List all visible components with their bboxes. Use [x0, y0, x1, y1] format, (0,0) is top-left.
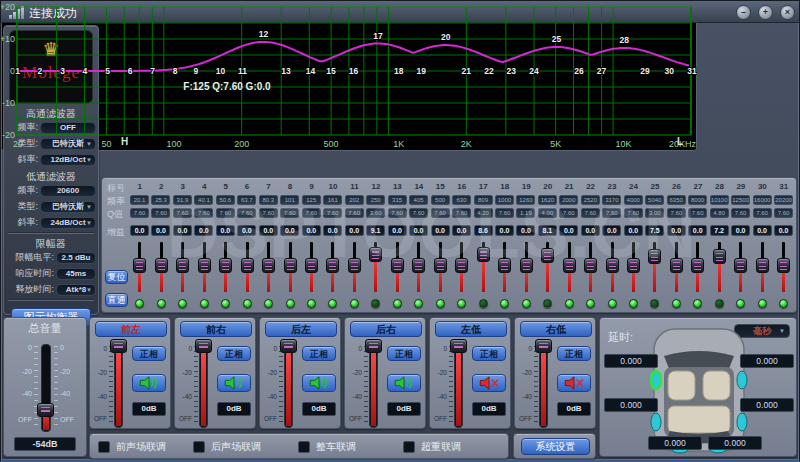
eq-band-fader[interactable] — [193, 240, 214, 294]
eq-band-fader[interactable] — [129, 240, 150, 294]
channel-fader-handle[interactable] — [365, 339, 382, 353]
channel-phase-button[interactable]: 正相 — [387, 346, 421, 361]
eq-band-fader[interactable] — [408, 240, 429, 294]
eq-band-frequency-field[interactable]: 80.3 — [259, 195, 278, 205]
fader-handle[interactable] — [219, 258, 232, 273]
eq-band-fader[interactable] — [601, 240, 622, 294]
eq-band-gain-field[interactable]: 0.0 — [753, 225, 772, 236]
channel-fader-handle[interactable] — [110, 339, 127, 353]
fader-handle[interactable] — [262, 258, 275, 273]
checkbox-unchecked[interactable] — [98, 441, 110, 453]
channel-speaker-button[interactable] — [302, 374, 336, 392]
maximize-button[interactable]: + — [758, 5, 773, 20]
eq-band-fader[interactable] — [451, 240, 472, 294]
eq-band-q-field[interactable]: 7.60 — [495, 208, 514, 218]
fader-handle[interactable] — [648, 249, 661, 264]
lpf-type-select[interactable]: 巴特沃斯▼ — [40, 201, 96, 213]
eq-band-q-field[interactable]: 4.80 — [710, 208, 729, 218]
channel-select-button[interactable]: 前右 — [180, 321, 252, 337]
eq-band-gain-field[interactable]: 0.0 — [302, 225, 321, 236]
fader-handle[interactable] — [734, 258, 747, 273]
eq-band-gain-field[interactable]: 0.0 — [388, 225, 407, 236]
channel-phase-button[interactable]: 正相 — [557, 346, 591, 361]
eq-band-frequency-field[interactable]: 6350 — [667, 195, 686, 205]
limiter-release-select[interactable]: Atk*8▼ — [56, 284, 96, 296]
fader-handle[interactable] — [455, 258, 468, 273]
eq-band-q-field[interactable]: 7.60 — [602, 208, 621, 218]
eq-band-q-field[interactable]: 7.60 — [130, 208, 149, 218]
eq-band-fader[interactable] — [430, 240, 451, 294]
delay-speaker-rear-right[interactable] — [737, 413, 747, 431]
eq-band-frequency-field[interactable]: 250 — [366, 195, 385, 205]
fader-handle[interactable] — [434, 258, 447, 273]
lpf-freq-field[interactable]: 20600 — [40, 185, 96, 197]
eq-band-frequency-field[interactable]: 5040 — [645, 195, 664, 205]
eq-band-q-field[interactable]: 7.60 — [280, 208, 299, 218]
eq-band-frequency-field[interactable]: 1260 — [516, 195, 535, 205]
eq-band-q-field[interactable]: 7.60 — [173, 208, 192, 218]
channel-phase-button[interactable]: 正相 — [132, 346, 166, 361]
eq-band-frequency-field[interactable]: 63.7 — [237, 195, 256, 205]
fader-handle[interactable] — [520, 258, 533, 273]
fader-handle[interactable] — [498, 258, 511, 273]
eq-band-fader[interactable] — [580, 240, 601, 294]
fader-handle[interactable] — [198, 258, 211, 273]
eq-band-gain-field[interactable]: 0.0 — [774, 225, 793, 236]
eq-band-frequency-field[interactable]: 125 — [302, 195, 321, 205]
delay-value-rear-left[interactable]: 0.000 — [604, 398, 658, 412]
fader-handle[interactable] — [777, 258, 790, 273]
fader-handle[interactable] — [563, 258, 576, 273]
eq-band-gain-field[interactable]: 0.0 — [151, 225, 170, 236]
channel-phase-button[interactable]: 正相 — [472, 346, 506, 361]
eq-band-gain-field[interactable]: 8.6 — [474, 225, 493, 236]
channel-phase-button[interactable]: 正相 — [302, 346, 336, 361]
eq-band-fader[interactable] — [279, 240, 300, 294]
fader-handle[interactable] — [477, 247, 490, 262]
delay-value-sub-left[interactable]: 0.000 — [648, 436, 702, 450]
limiter-level-field[interactable]: 2.5 dBu — [56, 252, 96, 264]
fader-handle[interactable] — [391, 258, 404, 273]
eq-band-q-field[interactable]: 7.60 — [323, 208, 342, 218]
fader-handle[interactable] — [369, 247, 382, 262]
eq-reset-button[interactable]: 复位 — [105, 270, 128, 284]
eq-band-frequency-field[interactable]: 20200 — [774, 195, 793, 205]
fader-handle[interactable] — [713, 249, 726, 264]
eq-band-q-field[interactable]: 7.60 — [388, 208, 407, 218]
eq-band-frequency-field[interactable]: 4000 — [624, 195, 643, 205]
eq-band-fader[interactable] — [644, 240, 665, 294]
eq-band-gain-field[interactable]: 0.0 — [345, 225, 364, 236]
eq-band-frequency-field[interactable]: 50.6 — [216, 195, 235, 205]
eq-band-fader[interactable] — [515, 240, 536, 294]
eq-band-frequency-field[interactable]: 809 — [474, 195, 493, 205]
eq-band-q-field[interactable]: 7.60 — [194, 208, 213, 218]
channel-select-button[interactable]: 后左 — [265, 321, 337, 337]
eq-band-frequency-field[interactable]: 12500 — [731, 195, 750, 205]
eq-band-gain-field[interactable]: 0.0 — [259, 225, 278, 236]
limiter-attack-field[interactable]: 45ms — [56, 268, 96, 280]
eq-band-gain-field[interactable]: 0.0 — [516, 225, 535, 236]
fader-handle[interactable] — [541, 248, 554, 263]
eq-band-frequency-field[interactable]: 8000 — [688, 195, 707, 205]
eq-band-gain-field[interactable]: 0.0 — [581, 225, 600, 236]
eq-band-gain-field[interactable]: 0.0 — [216, 225, 235, 236]
eq-band-q-field[interactable]: 7.60 — [774, 208, 793, 218]
eq-band-fader[interactable] — [236, 240, 257, 294]
eq-band-frequency-field[interactable]: 40.1 — [194, 195, 213, 205]
eq-band-gain-field[interactable]: 0.0 — [667, 225, 686, 236]
checkbox-unchecked[interactable] — [298, 441, 310, 453]
eq-band-q-field[interactable]: 7.60 — [559, 208, 578, 218]
channel-mute-button[interactable] — [557, 374, 591, 392]
eq-band-gain-field[interactable]: 8.1 — [538, 225, 557, 236]
delay-speaker-rear-left[interactable] — [651, 413, 661, 431]
eq-band-gain-field[interactable]: 0.0 — [624, 225, 643, 236]
eq-band-fader[interactable] — [473, 240, 494, 294]
delay-value-sub-right[interactable]: 0.000 — [708, 436, 762, 450]
fader-handle[interactable] — [241, 258, 254, 273]
channel-speaker-button[interactable] — [217, 374, 251, 392]
channel-fader-handle[interactable] — [195, 339, 212, 353]
eq-band-q-field[interactable]: 7.60 — [431, 208, 450, 218]
eq-band-fader[interactable] — [172, 240, 193, 294]
master-fader-handle[interactable] — [37, 403, 54, 417]
eq-band-fader[interactable] — [730, 240, 751, 294]
eq-band-q-field[interactable]: 4.20 — [474, 208, 493, 218]
